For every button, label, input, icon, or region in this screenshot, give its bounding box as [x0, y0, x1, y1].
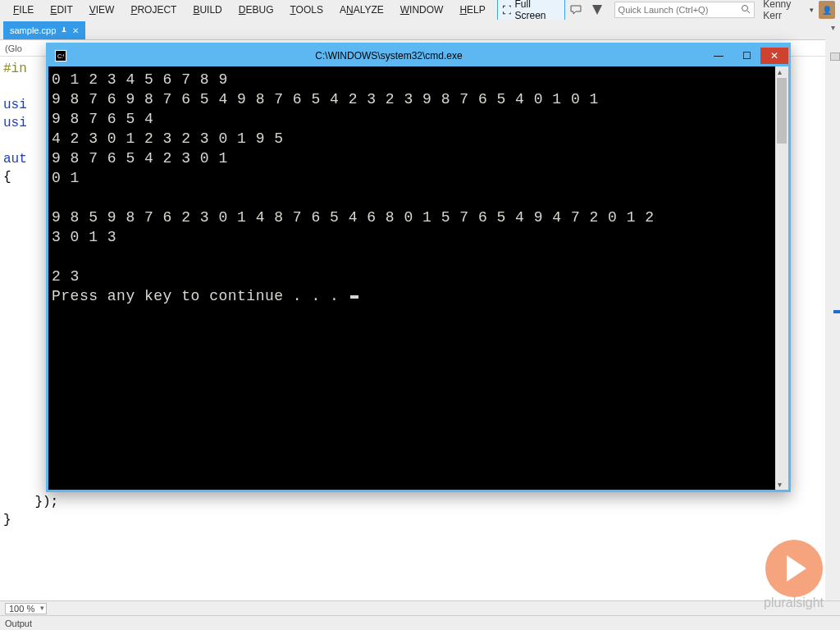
close-button[interactable]: ✕: [760, 48, 788, 64]
code-line: });: [3, 495, 58, 509]
menu-build[interactable]: BUILD: [185, 2, 230, 17]
tab-overflow-icon[interactable]: ▾: [831, 23, 835, 32]
svg-point-0: [742, 5, 748, 11]
avatar[interactable]: 👤: [819, 1, 835, 19]
quick-launch[interactable]: [614, 2, 756, 18]
fullscreen-icon: [503, 5, 512, 15]
pluralsight-watermark: pluralsight: [764, 540, 824, 610]
feedback-icon[interactable]: [568, 4, 583, 16]
output-label: Output: [5, 619, 32, 628]
cmd-icon: C:\: [55, 50, 66, 62]
console-title: C:\WINDOWS\system32\cmd.exe: [73, 50, 705, 62]
console-titlebar[interactable]: C:\ C:\WINDOWS\system32\cmd.exe — ☐ ✕: [48, 45, 788, 66]
pin-icon[interactable]: [61, 26, 67, 35]
zoom-value: 100 %: [9, 604, 34, 614]
tab-label: sample.cpp: [10, 25, 56, 35]
menu-tools[interactable]: TOOLS: [281, 2, 331, 17]
maximize-button[interactable]: ☐: [733, 48, 760, 64]
console-window: C:\ C:\WINDOWS\system32\cmd.exe — ☐ ✕ 0 …: [46, 43, 791, 492]
menu-project[interactable]: PROJECT: [122, 2, 185, 17]
output-panel-tab[interactable]: Output: [0, 615, 840, 630]
menu-window[interactable]: WINDOW: [392, 2, 452, 17]
vertical-scrollbar[interactable]: [825, 39, 840, 600]
quick-launch-input[interactable]: [619, 5, 742, 15]
notifications-icon[interactable]: [590, 5, 605, 15]
cursor: [350, 295, 358, 299]
menu-help[interactable]: HELP: [451, 2, 493, 17]
play-icon: [765, 540, 823, 597]
code-line: #in: [3, 62, 27, 76]
menu-debug[interactable]: DEBUG: [231, 2, 282, 17]
code-line: usi: [3, 98, 27, 112]
fullscreen-label: Full Screen: [514, 0, 559, 21]
menu-edit[interactable]: EDIT: [42, 2, 80, 17]
tab-sample-cpp[interactable]: sample.cpp ✕: [3, 21, 85, 39]
console-scrollbar[interactable]: [775, 66, 788, 490]
document-tabs: sample.cpp ✕ ▾: [0, 20, 840, 39]
split-handle[interactable]: [830, 52, 840, 61]
menu-file[interactable]: FILE: [5, 2, 42, 17]
account-menu[interactable]: Kenny Kerr ▾: [763, 0, 814, 21]
scrollbar-thumb[interactable]: [777, 78, 787, 144]
editor-footer: 100 %: [0, 600, 840, 615]
svg-text:C:\: C:\: [57, 53, 64, 59]
change-marker: [833, 310, 840, 313]
search-icon: [741, 4, 751, 16]
code-line: aut: [3, 152, 27, 167]
zoom-dropdown[interactable]: 100 %: [5, 603, 47, 614]
console-output[interactable]: 0 1 2 3 4 5 6 7 8 9 9 8 7 6 9 8 7 6 5 4 …: [48, 66, 775, 490]
menu-analyze[interactable]: ANALYZE: [331, 2, 392, 17]
code-line: }: [3, 513, 11, 527]
close-icon[interactable]: ✕: [72, 26, 79, 35]
console-body: 0 1 2 3 4 5 6 7 8 9 9 8 7 6 9 8 7 6 5 4 …: [48, 66, 788, 490]
code-line: usi: [3, 116, 27, 130]
watermark-text: pluralsight: [764, 596, 824, 610]
scope-dropdown[interactable]: (Glo: [5, 43, 22, 53]
account-name: Kenny Kerr: [763, 0, 806, 21]
menu-view[interactable]: VIEW: [81, 2, 123, 17]
minimize-button[interactable]: —: [705, 48, 733, 64]
chevron-down-icon: ▾: [810, 6, 814, 14]
menubar: FILE EDIT VIEW PROJECT BUILD DEBUG TOOLS…: [0, 0, 840, 20]
code-line: {: [3, 170, 11, 185]
